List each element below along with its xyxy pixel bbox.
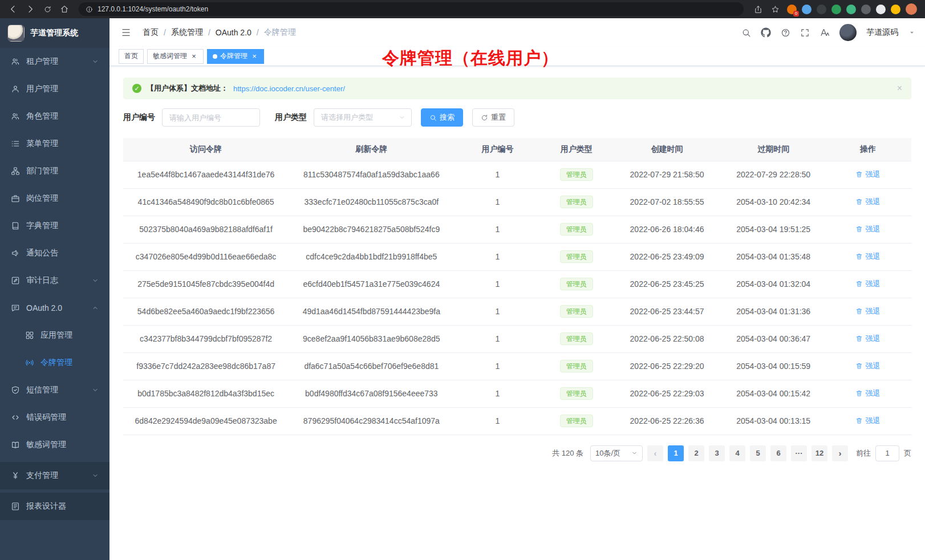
view-tag[interactable]: 令牌管理× [207,49,264,64]
sidebar-item[interactable]: 菜单管理 [0,130,109,157]
active-dot [213,54,217,59]
bookmark-star-icon[interactable] [768,2,782,17]
chevdown-icon [92,58,99,65]
sidebar-item[interactable]: 令牌管理 [0,349,109,376]
next-page-button[interactable]: › [832,445,848,461]
extension-split-square[interactable] [876,5,886,14]
page-button[interactable]: 6 [770,445,786,461]
table-column-header: 访问令牌 [123,138,289,161]
extension-dark[interactable] [861,5,871,14]
refresh-token-cell: b0df4980ffd34c67a08f9156e4eee733 [289,380,454,407]
share-icon[interactable] [750,2,765,17]
sidebar-item[interactable]: 支付管理 [0,462,109,489]
view-tag[interactable]: 首页 [119,49,144,64]
browser-reload-button[interactable] [40,2,55,17]
user-type-cell: 管理员 [541,298,611,325]
sidebar-item[interactable]: 部门管理 [0,157,109,185]
force-logout-button[interactable]: 强退 [855,388,880,399]
search-button[interactable] [741,28,751,38]
tag-label: 首页 [124,51,138,61]
table-row: c342377bf8b344799dcbf7bf095287f2 9ce8ef2… [123,325,911,352]
username-text[interactable]: 芋道源码 [866,27,898,38]
sidebar-item[interactable]: OAuth 2.0 [0,294,109,322]
logo-image [7,25,25,42]
browser-profile-avatar[interactable] [906,3,917,15]
user-type-cell: 管理员 [541,352,611,380]
sidebar-item[interactable]: 应用管理 [0,322,109,349]
extension-dark-sphere[interactable] [817,5,826,14]
sidebar-item[interactable]: 错误码管理 [0,404,109,431]
extension-blue[interactable] [802,5,812,14]
chevron-down-icon[interactable] [908,29,916,36]
sidebar-item-label: 用户管理 [26,84,99,94]
sidebar-toggle-button[interactable] [119,25,133,40]
user-no-input[interactable] [162,108,260,127]
help-icon[interactable] [781,28,790,38]
book-icon [11,221,20,230]
table-row: 502375b8040a469a9b82188afdf6af1f be90422… [123,216,911,243]
tag-label: 令牌管理 [220,51,248,61]
force-logout-button[interactable]: 强退 [855,416,880,426]
force-logout-button[interactable]: 强退 [855,306,880,316]
breadcrumb-item[interactable]: 首页 [143,27,159,38]
alert-close-icon[interactable]: × [897,83,902,94]
sidebar-item[interactable]: 角色管理 [0,103,109,130]
extension-green-sphere[interactable] [831,5,841,14]
github-icon[interactable] [761,27,771,38]
tag-close-icon[interactable]: × [190,52,198,60]
user-type-select[interactable]: 请选择用户类型 [314,108,412,127]
goto-page-input[interactable] [875,445,899,461]
browser-back-button[interactable] [6,2,21,17]
page-button[interactable]: 12 [812,445,827,461]
page-button[interactable]: 5 [750,445,766,461]
breadcrumb-item[interactable]: 系统管理 [171,27,203,38]
page-button[interactable]: 1 [668,445,684,461]
force-logout-button[interactable]: 强退 [855,224,880,234]
sidebar-item[interactable]: 敏感词管理 [0,431,109,458]
view-tag[interactable]: 敏感词管理× [147,49,204,64]
force-logout-button[interactable]: 强退 [855,279,880,289]
reset-button[interactable]: 重置 [472,108,514,127]
sidebar-item[interactable]: 岗位管理 [0,185,109,212]
trash-icon [855,280,863,287]
extension-smiley[interactable] [891,5,900,14]
browser-forward-button[interactable] [23,2,38,17]
page-button[interactable]: 2 [688,445,704,461]
page-button[interactable]: 4 [729,445,745,461]
sidebar-item[interactable]: 用户管理 [0,75,109,103]
sidebar-item[interactable]: 通知公告 [0,240,109,267]
page-size-select[interactable]: 10条/页 [590,445,643,461]
force-logout-button[interactable]: 强退 [855,197,880,207]
sidebar-item[interactable]: 租户管理 [0,48,109,75]
user-avatar[interactable] [839,24,857,41]
user-no-label: 用户编号 [123,112,155,123]
sidebar-item-label: 租户管理 [26,56,86,67]
alert-doc-link[interactable]: https://doc.iocoder.cn/user-center/ [233,84,345,93]
sidebar-item[interactable]: 字典管理 [0,212,109,240]
force-logout-button[interactable]: 强退 [855,334,880,344]
prev-page-button[interactable]: ‹ [647,445,663,461]
user-type-cell: 管理员 [541,325,611,352]
font-size-icon[interactable] [819,27,830,38]
sidebar-item[interactable]: 审计日志 [0,267,109,294]
tag-close-icon[interactable]: × [250,52,258,60]
shield-icon [11,385,20,395]
fullscreen-icon[interactable] [800,28,810,38]
breadcrumb-item[interactable]: OAuth 2.0 [216,28,251,37]
sidebar-item[interactable]: 短信管理 [0,376,109,404]
sidebar-item[interactable]: 报表设计器 [0,493,109,520]
app-logo[interactable]: 芋道管理系统 [0,18,109,48]
force-logout-button[interactable]: 强退 [855,169,880,180]
search-submit-button[interactable]: 搜索 [421,108,463,127]
force-logout-button[interactable]: 强退 [855,251,880,262]
user-no-cell: 1 [454,298,541,325]
page-unit-label: 页 [904,448,911,458]
extension-vue-devtools[interactable] [846,5,856,14]
browser-home-button[interactable] [57,2,72,17]
more-pages-button[interactable]: ··· [791,445,807,461]
page-button[interactable]: 3 [709,445,725,461]
extension-grid[interactable]: 0 [787,5,797,14]
force-logout-button[interactable]: 强退 [855,361,880,371]
url-bar[interactable]: 127.0.0.1:1024/system/oauth2/token [79,2,744,16]
broadcast-icon [25,358,34,367]
